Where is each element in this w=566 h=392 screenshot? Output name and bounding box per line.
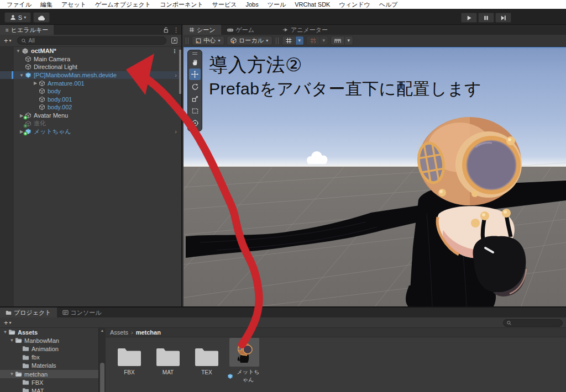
transform-tool-button[interactable] — [189, 117, 201, 129]
tree-row-materials[interactable]: Materials — [0, 362, 98, 370]
asset-folder-tex[interactable]: TEX — [190, 346, 224, 375]
hierarchy-scrollbar-thumb[interactable] — [179, 50, 181, 94]
menu-file[interactable]: ファイル — [2, 0, 36, 9]
account-button[interactable]: S ▾ — [4, 12, 31, 23]
tab-project-label: プロジェクト — [14, 309, 51, 317]
tree-row-fbx-lower[interactable]: fbx — [0, 353, 98, 362]
project-search-input[interactable] — [503, 319, 563, 327]
pause-button[interactable] — [478, 13, 494, 23]
tab-project[interactable]: プロジェクト — [0, 308, 57, 317]
menu-gameobject[interactable]: ゲームオブジェクト — [91, 0, 155, 9]
menu-edit[interactable]: 編集 — [36, 0, 57, 9]
toolbar-grip[interactable] — [186, 38, 188, 44]
toolbar-grip[interactable] — [276, 38, 279, 44]
increment-snap-dropdown[interactable]: ▼ — [320, 36, 328, 45]
tab-scene[interactable]: シーン — [184, 25, 221, 35]
hierarchy-row-body-002[interactable]: body.002 — [0, 103, 181, 112]
grid-snap-group: ▼ — [282, 36, 304, 45]
hierarchy-row-shinka[interactable]: 進化 — [0, 119, 181, 128]
tree-row-metchan[interactable]: ▼ metchan — [0, 370, 98, 378]
asset-folder-fbx[interactable]: FBX — [112, 346, 146, 375]
open-folder-icon — [8, 329, 15, 335]
hierarchy-row-avatar-menu[interactable]: ▶ Avatar Menu — [0, 112, 181, 120]
gameobject-icon — [39, 80, 45, 87]
increment-snap-button[interactable] — [306, 36, 320, 45]
hierarchy-menu-icon[interactable]: ⋮ — [173, 26, 179, 34]
project-add-button[interactable]: +▾ — [0, 319, 15, 327]
step-button[interactable] — [495, 13, 511, 23]
hierarchy-search-input[interactable]: All — [17, 36, 166, 45]
hierarchy-row-body-001[interactable]: body.001 — [0, 96, 181, 104]
breadcrumb-current[interactable]: metchan — [136, 329, 161, 336]
folder-icon — [155, 346, 181, 368]
tab-scene-label: シーン — [197, 26, 216, 34]
hierarchy-row-manbowman-prefab[interactable]: ▼ [PC]ManbowMan.mesh.devide › — [0, 71, 181, 80]
hierarchy-row-body[interactable]: body — [0, 87, 181, 96]
tree-label: MAT — [32, 388, 44, 392]
grid-visibility-button[interactable] — [282, 36, 296, 45]
asset-folder-mat[interactable]: MAT — [151, 346, 185, 375]
breadcrumb-root[interactable]: Assets — [110, 329, 128, 336]
tree-row-fbx-upper[interactable]: FBX — [0, 378, 98, 386]
tree-row-mat[interactable]: MAT — [0, 386, 98, 392]
palette-drag-handle[interactable] — [189, 51, 201, 56]
hierarchy-row-armature[interactable]: ▶ Armature.001 — [0, 79, 181, 87]
asset-label: TEX — [190, 369, 224, 375]
grid-dropdown-button[interactable]: ▼ — [296, 36, 304, 45]
pivot-mode-button[interactable]: 中心 ▼ — [192, 36, 224, 45]
rect-tool-button[interactable] — [189, 105, 201, 116]
menu-window[interactable]: ウィンドウ — [334, 0, 374, 9]
scene-menu-icon[interactable]: ⋮ — [172, 48, 177, 54]
tree-row-animation[interactable]: Animation — [0, 345, 98, 353]
tree-row-assets[interactable]: ▼ Assets — [0, 328, 98, 336]
menu-component[interactable]: コンポーネント — [155, 0, 208, 9]
move-tool-button[interactable] — [189, 68, 201, 80]
asset-prefab-metchan[interactable]: メットちゃん — [227, 338, 261, 384]
hierarchy-tree: ▼ octMAN* ⋮ Main Camera Directional Ligh… — [0, 47, 181, 306]
hierarchy-row-main-camera[interactable]: Main Camera — [0, 55, 181, 63]
menu-help[interactable]: ヘルプ — [375, 0, 402, 9]
cloud-button[interactable] — [33, 12, 50, 23]
scroll-up-icon[interactable]: ▲ — [99, 329, 106, 332]
tab-game[interactable]: ゲーム — [221, 25, 260, 35]
hierarchy-add-button[interactable]: +▾ — [0, 36, 15, 45]
space-mode-button[interactable]: ローカル ▼ — [227, 36, 272, 45]
hand-tool-button[interactable] — [189, 56, 201, 68]
folder-icon — [116, 346, 143, 368]
expander-icon[interactable]: ▶ — [32, 81, 39, 86]
app-toolbar: S ▾ — [0, 9, 566, 25]
chevron-right-icon[interactable]: › — [175, 72, 177, 78]
cloud — [307, 151, 328, 164]
scale-tool-button[interactable] — [189, 93, 201, 104]
menu-services[interactable]: サービス — [208, 0, 242, 9]
snap-settings-group: ▼ — [331, 36, 353, 45]
scrollbar-thumb[interactable] — [100, 363, 104, 392]
snap-dropdown[interactable]: ▼ — [345, 36, 353, 45]
hierarchy-icon: ≡ — [6, 27, 9, 33]
tab-animator-label: アニメーター — [291, 26, 328, 34]
tab-console[interactable]: コンソール — [57, 308, 107, 317]
tab-animator[interactable]: アニメーター — [276, 25, 333, 35]
menu-tools[interactable]: ツール — [263, 0, 291, 9]
unlock-icon[interactable] — [163, 27, 169, 33]
scene-viewport[interactable]: 導入方法② Prefabをアバター直下に配置します — [184, 47, 566, 306]
hierarchy-row-metchan[interactable]: ▶ メットちゃん › — [0, 128, 181, 136]
snap-ruler-button[interactable] — [331, 36, 345, 45]
console-icon — [62, 310, 69, 315]
chevron-right-icon[interactable]: › — [175, 128, 177, 135]
menu-assets[interactable]: アセット — [57, 0, 91, 9]
expander-icon[interactable]: ▼ — [15, 49, 22, 54]
play-button[interactable] — [461, 13, 477, 23]
tree-label: Materials — [32, 362, 56, 369]
expander-icon[interactable]: ▼ — [18, 73, 25, 78]
menu-vrchat-sdk[interactable]: VRChat SDK — [290, 0, 334, 9]
hierarchy-row-scene[interactable]: ▼ octMAN* ⋮ — [0, 47, 181, 55]
menu-jobs[interactable]: Jobs — [241, 0, 263, 9]
project-tree-scrollbar[interactable]: ▲ — [98, 328, 106, 392]
tab-hierarchy[interactable]: ≡ ヒエラルキー — [0, 25, 54, 35]
picker-window-icon[interactable] — [171, 37, 178, 44]
tree-row-manbowman[interactable]: ▼ ManbowMan — [0, 336, 98, 345]
folder-icon — [22, 388, 29, 392]
rotate-tool-button[interactable] — [189, 81, 201, 92]
hierarchy-row-directional-light[interactable]: Directional Light — [0, 63, 181, 71]
